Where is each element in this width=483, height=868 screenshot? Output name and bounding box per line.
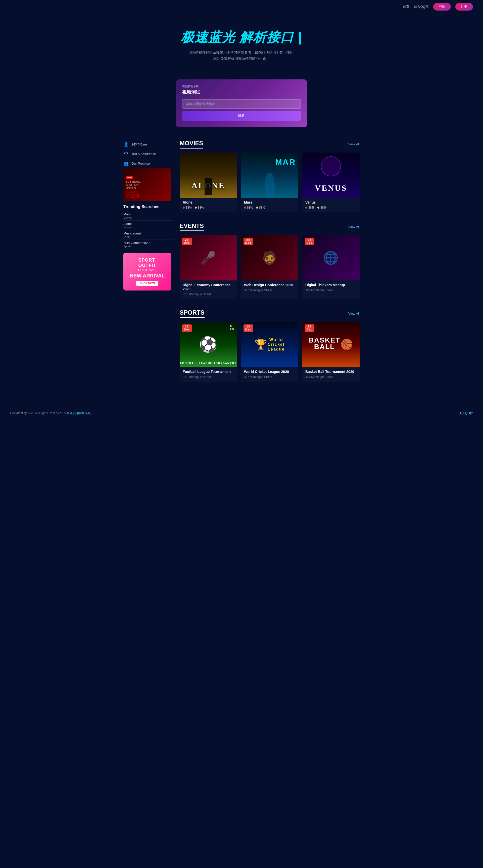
mars-card-body: Mars 88% 88% [241, 198, 298, 212]
parser-button[interactable]: 解析 [182, 111, 301, 121]
movies-title: MOVIES [180, 140, 203, 149]
footer-join-qq[interactable]: 加入QQ群 [459, 411, 473, 415]
mars-imdb-dot [256, 207, 258, 209]
events-section: EVENTS View All 28 Dec 🎤 Digital Economy… [180, 222, 360, 299]
assurance-icon: 🛡 [123, 151, 129, 157]
event3-body: Digital Thinkers Meetup 327 Montague Str… [302, 280, 360, 295]
sport-banner-shop[interactable]: SHOP NOW [136, 281, 158, 286]
right-content: MOVIES View All ALONE Alone [180, 140, 360, 392]
alone-imdb-rating: 88% [195, 206, 204, 209]
care-icon: 👤 [123, 142, 129, 147]
login-button[interactable]: 登陆 [433, 3, 451, 10]
trending-item-mars[interactable]: Mars Movies [123, 211, 174, 221]
sport-card-football[interactable]: 28 Dec 8PM ⚽ FOOTBALL LEAGUE TOURNAMENT … [180, 322, 237, 382]
mars-ratings: 88% 88% [244, 206, 295, 209]
basketball-date-badge: 28 Dec [305, 324, 314, 332]
movies-section: MOVIES View All ALONE Alone [180, 140, 360, 212]
movie-card-alone[interactable]: ALONE Alone 88% [180, 153, 237, 212]
sports-header: SPORTS View All [180, 309, 360, 318]
sport-card-basketball[interactable]: 28 Dec BASKETBALL 🏀 Basket Ball Tourname… [302, 322, 360, 382]
trending-cat-music: Event [123, 235, 174, 238]
trending-item-alone[interactable]: Alone Movies [123, 221, 174, 230]
sidebar-label-24x7: 24X7 Care [131, 143, 147, 146]
event1-title: Digital Economy Conference 2020 [183, 283, 234, 291]
gym-text: BE STRONG!COME ANDJOIN US [126, 180, 142, 190]
footer-copyright: Copyright @ 2020 All Rights Reserved By … [10, 411, 91, 415]
trending-cat-nba: Sports [123, 245, 174, 248]
trending-title: Trending Searches [123, 205, 174, 209]
movies-grid: ALONE Alone 88% [180, 153, 360, 212]
trending-name-nba: NBA Games 2020 [123, 241, 174, 245]
movie-card-mars[interactable]: MAR Mars 88% 88% [241, 153, 298, 212]
sports-section: SPORTS View All 28 Dec 8PM ⚽ FOOTBALL LE… [180, 309, 360, 382]
alone-rt-value: 88% [186, 206, 192, 209]
promise-icon: 👥 [123, 161, 129, 166]
mars-imdb-value: 88% [259, 206, 265, 209]
events-grid: 28 Dec 🎤 Digital Economy Conference 2020… [180, 235, 360, 299]
mars-rt-dot [244, 207, 246, 209]
movies-viewall[interactable]: View All [348, 142, 360, 146]
sidebar-label-assurance: 100% Assurance [131, 152, 156, 156]
register-button[interactable]: 注册 [455, 3, 473, 10]
event2-image: 28 Dec 🧔 [241, 235, 298, 280]
hero-title-accent: 解析接口 [240, 30, 294, 44]
event1-date-badge: 28 Dec [182, 238, 192, 245]
footer-brand[interactable]: 极速视频解析系统 [67, 411, 91, 415]
alone-imdb-value: 88% [198, 206, 204, 209]
mars-image: MAR [241, 153, 298, 198]
hero-section: 极速蓝光 解析接口 | 本VIP视频解析系统仅用于学习交流参考，请勿非法商用！禁… [0, 13, 483, 72]
event1-address: 327 Montague Street [183, 292, 234, 296]
basketball-image: 28 Dec BASKETBALL 🏀 [302, 322, 360, 367]
gym-badge: 50% [126, 176, 133, 179]
venus-rt-rating: 88% [305, 206, 314, 209]
movie-card-venus[interactable]: VENUS Venus 88% 88% [302, 153, 360, 212]
football-body: Football League Tournament 327 Montague … [180, 367, 237, 382]
venus-image: VENUS [302, 153, 360, 198]
sport-banner-price: PRICE $299 [138, 268, 156, 272]
main-content: 👤 24X7 Care 🛡 100% Assurance 👥 Our Promi… [118, 135, 365, 397]
nav-join-qq[interactable]: 加入QQ群 [414, 4, 429, 9]
alone-card-body: Alone 88% 88% [180, 198, 237, 212]
cricket-title: World Cricket League 2020 [244, 370, 295, 374]
sidebar-item-24x7[interactable]: 👤 24X7 Care [123, 140, 174, 149]
event-card-digital-thinkers[interactable]: 28 Dec 🌐 Digital Thinkers Meetup 327 Mon… [302, 235, 360, 299]
sport-banner[interactable]: SPORTOUTFIT PRICE $299 NEW ARRIVAL SHOP … [123, 253, 171, 290]
basketball-title: Basket Ball Tournament 2020 [305, 370, 357, 374]
sport-card-cricket[interactable]: 28 Dec 🏆 WorldCricketLeague World Cricke… [241, 322, 298, 382]
venus-rt-value: 88% [308, 206, 314, 209]
alone-card-title: Alone [183, 200, 234, 204]
sidebar: 👤 24X7 Care 🛡 100% Assurance 👥 Our Promi… [123, 140, 174, 392]
trending-item-music[interactable]: Music event Event [123, 230, 174, 240]
event2-date-badge: 28 Dec [243, 238, 253, 245]
event-card-web-design[interactable]: 28 Dec 🧔 Web Design Conference 2020 327 … [241, 235, 298, 299]
footer: Copyright @ 2020 All Rights Reserved By … [0, 407, 483, 420]
sport-banner-new: NEW ARRIVAL [130, 273, 165, 279]
movies-header: MOVIES View All [180, 140, 360, 149]
event-card-digital-economy[interactable]: 28 Dec 🎤 Digital Economy Conference 2020… [180, 235, 237, 299]
trending-item-nba[interactable]: NBA Games 2020 Sports [123, 240, 174, 249]
gym-banner[interactable]: 50% BE STRONG!COME ANDJOIN US CALL NOW02… [123, 168, 171, 201]
event3-address: 327 Montague Street [305, 288, 357, 292]
gym-cta: CALL NOW022-5304921022-5404921 [126, 191, 139, 198]
events-title: EVENTS [180, 222, 204, 231]
sport-banner-title: SPORTOUTFIT [139, 257, 156, 268]
sidebar-label-promise: Our Promise [131, 162, 150, 165]
parser-input[interactable] [182, 99, 301, 108]
football-date-badge: 28 Dec [182, 324, 192, 332]
sports-viewall[interactable]: View All [348, 312, 360, 315]
venus-text: VENUS [315, 183, 347, 193]
cricket-body: World Cricket League 2020 327 Montague S… [241, 367, 298, 382]
trending-cat-alone: Movies [123, 226, 174, 229]
events-viewall[interactable]: View All [348, 225, 360, 229]
venus-imdb-value: 88% [321, 206, 327, 209]
football-address: 327 Montague Street [183, 375, 234, 379]
cricket-address: 327 Montague Street [244, 375, 295, 379]
hero-subtitle: 本VIP视频解析系统仅用于学习交流参考，请勿非法商用！禁止使用 本站免费解析用来… [5, 50, 478, 62]
sidebar-item-assurance[interactable]: 🛡 100% Assurance [123, 149, 174, 159]
venus-imdb-dot [318, 207, 320, 209]
hero-title-normal: 极速蓝光 [181, 30, 235, 44]
basketball-address: 327 Montague Street [305, 375, 357, 379]
event3-image: 28 Dec 🌐 [302, 235, 360, 280]
sidebar-item-promise[interactable]: 👥 Our Promise [123, 159, 174, 168]
nav-home[interactable]: 首页 [403, 4, 410, 9]
